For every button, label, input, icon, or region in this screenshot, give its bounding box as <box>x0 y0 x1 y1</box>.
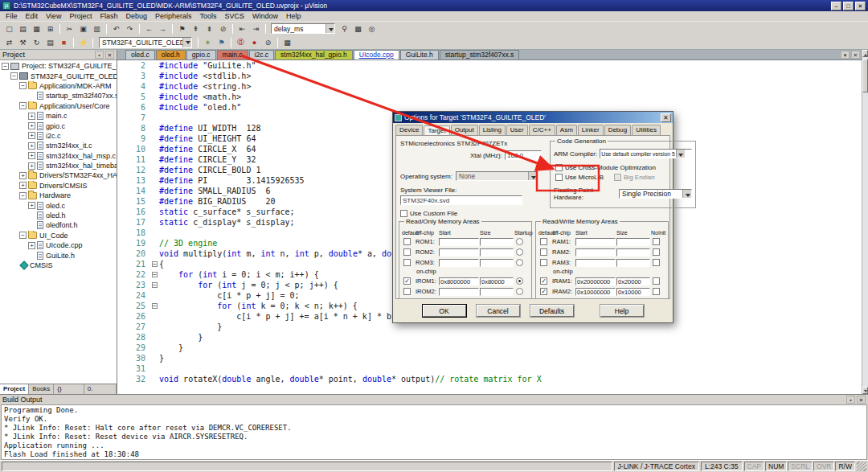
fp-hardware-select[interactable]: Single Precision <box>619 189 692 199</box>
expand-icon[interactable]: + <box>28 132 35 139</box>
dialog-tab-asm[interactable]: Asm <box>556 125 577 135</box>
fp-hardware-dropdown-icon[interactable] <box>682 190 691 198</box>
editor-tab-stm32f4xx-hal-gpio-h[interactable]: stm32f4xx_hal_gpio.h <box>275 50 353 60</box>
startup-radio[interactable] <box>516 248 523 256</box>
expand-icon[interactable]: + <box>19 182 27 189</box>
close-panel-icon[interactable]: ✕ <box>857 396 866 404</box>
minimize-button[interactable]: – <box>831 2 841 10</box>
code-line[interactable]: 4#include <string.h> <box>117 81 862 92</box>
noinit-checkbox[interactable] <box>653 277 660 285</box>
default-checkbox[interactable] <box>403 259 411 266</box>
copy-icon[interactable]: ▣ <box>77 23 89 35</box>
navigate-back-icon[interactable]: ← <box>143 23 155 35</box>
startup-radio[interactable] <box>516 277 523 285</box>
start-field[interactable]: 0x8000000 <box>439 277 479 285</box>
code-line[interactable]: 29 } <box>117 343 862 353</box>
close-document-icon[interactable]: ✕ <box>851 51 860 59</box>
find-combo[interactable]: delay_ms <box>271 23 335 34</box>
tree-item[interactable]: −UI_Code <box>0 231 117 240</box>
expand-icon[interactable]: + <box>28 242 35 249</box>
scrollbar-thumb[interactable] <box>862 59 868 92</box>
code-line[interactable]: 32void rotateX(double angle, double* poi… <box>117 374 862 384</box>
start-field[interactable]: 0x20000000 <box>575 277 616 285</box>
collapse-icon[interactable]: − <box>19 232 27 239</box>
download-icon[interactable]: ⚡ <box>77 37 89 48</box>
collapse-icon[interactable]: − <box>10 72 18 80</box>
menu-item-edit[interactable]: Edit <box>22 12 43 20</box>
menu-item-svcs[interactable]: SVCS <box>221 12 249 20</box>
panel-tab-books[interactable]: Books <box>29 384 54 394</box>
size-field[interactable] <box>616 259 650 267</box>
options-for-target-icon[interactable]: ✶ <box>202 37 214 48</box>
code-line[interactable]: 5#include <math.h> <box>117 92 862 102</box>
maximize-button[interactable]: □ <box>843 2 854 10</box>
unindent-icon[interactable]: ⇤ <box>236 23 248 35</box>
dialog-close-button[interactable]: ✕ <box>661 113 671 122</box>
start-field[interactable] <box>439 238 479 246</box>
os-dropdown-icon[interactable] <box>528 172 537 180</box>
expand-icon[interactable]: + <box>28 202 35 209</box>
big-endian-checkbox[interactable] <box>614 174 621 181</box>
scroll-down-button[interactable] <box>862 387 868 394</box>
translate-icon[interactable]: ⇄ <box>3 37 15 48</box>
dialog-tab-user[interactable]: User <box>506 125 528 135</box>
xtal-input[interactable]: 168.0 <box>505 150 542 160</box>
default-checkbox[interactable] <box>403 238 411 245</box>
code-line[interactable]: 31 <box>117 363 862 374</box>
menu-item-flash[interactable]: Flash <box>96 12 121 20</box>
default-checkbox[interactable]: ✓ <box>403 277 411 285</box>
menu-item-view[interactable]: View <box>42 12 65 20</box>
editor-tab-oled-c[interactable]: oled.c <box>125 50 155 60</box>
expand-icon[interactable]: + <box>19 172 27 179</box>
rebuild-icon[interactable]: ↻ <box>31 37 43 48</box>
tree-item[interactable]: +main.c <box>0 111 117 121</box>
svf-input[interactable]: STM32F40x.svd <box>400 195 522 205</box>
size-field[interactable] <box>616 238 650 246</box>
startup-radio[interactable] <box>516 238 523 245</box>
tree-item[interactable]: startup_stm32f407xx.s <box>0 91 117 101</box>
size-field[interactable] <box>480 238 514 246</box>
scroll-up-button[interactable] <box>862 50 868 57</box>
use-microlib-checkbox[interactable] <box>555 174 563 181</box>
tree-item[interactable]: +Drivers/STM32F4xx_HAL_Dri... <box>0 170 117 180</box>
collapse-icon[interactable]: − <box>2 63 9 70</box>
cross-module-checkbox[interactable] <box>555 164 563 171</box>
tree-item[interactable]: +stm32f4xx_hal_msp.c <box>0 151 117 161</box>
dialog-tab-linker[interactable]: Linker <box>578 125 604 135</box>
size-field[interactable] <box>480 259 514 267</box>
tree-item[interactable]: −Application/User/Core <box>0 101 117 111</box>
tree-item[interactable]: +oled.c <box>0 200 117 210</box>
menu-item-tools[interactable]: Tools <box>195 12 220 20</box>
close-button[interactable]: ✕ <box>855 2 866 10</box>
panel-tab-project[interactable]: Project <box>0 384 29 394</box>
fold-collapse-icon[interactable]: − <box>152 282 158 288</box>
start-field[interactable] <box>575 238 616 246</box>
default-checkbox[interactable] <box>540 259 547 266</box>
default-checkbox[interactable] <box>403 248 411 256</box>
search-icon[interactable]: ⚲ <box>338 23 350 35</box>
find-dropdown-icon[interactable] <box>326 24 334 33</box>
defaults-button[interactable]: Defaults <box>530 305 574 317</box>
noinit-checkbox[interactable] <box>653 259 660 266</box>
paste-icon[interactable]: ▥ <box>91 23 103 35</box>
previous-bookmark-icon[interactable]: ⇞ <box>190 23 202 35</box>
menu-item-debug[interactable]: Debug <box>121 12 151 20</box>
size-field[interactable] <box>616 248 650 257</box>
tree-item[interactable]: +UIcode.cpp <box>0 240 117 250</box>
tree-item[interactable]: +gpio.c <box>0 121 117 130</box>
help-button[interactable]: Help <box>600 305 644 317</box>
editor-tab-startup-stm32f407xx-s[interactable]: startup_stm32f407xx.s <box>440 50 520 60</box>
batch-build-icon[interactable]: ▤ <box>44 37 56 48</box>
disable-breakpoints-icon[interactable]: ⊘ <box>262 37 274 48</box>
save-all-icon[interactable]: ⊞ <box>44 23 56 35</box>
tree-item[interactable]: −STM32F4_GUILITE_OLED <box>0 71 117 80</box>
dialog-tab-device[interactable]: Device <box>395 125 423 135</box>
goto-icon[interactable]: ◎ <box>366 23 378 35</box>
start-debug-session-icon[interactable]: ⓓ <box>235 37 247 48</box>
menu-item-file[interactable]: File <box>2 12 22 20</box>
expand-icon[interactable]: + <box>28 122 35 129</box>
open-file-icon[interactable]: ▤ <box>17 23 29 35</box>
start-field[interactable] <box>439 248 479 257</box>
tree-item[interactable]: oledfont.h <box>0 220 117 230</box>
menu-item-peripherals[interactable]: Peripherals <box>151 12 196 20</box>
